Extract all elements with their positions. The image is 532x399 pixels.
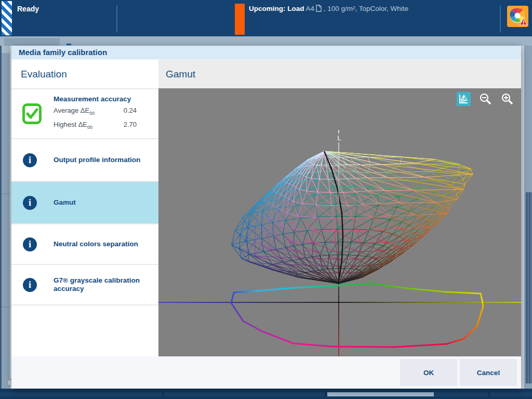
gamut-toolbar	[457, 92, 514, 106]
info-icon: i	[23, 196, 37, 210]
top-status-bar: Ready Upcoming: Load A4 , 100 g/m², TopC…	[0, 0, 532, 36]
dialog-footer: OK Cancel	[11, 356, 521, 389]
eval-item-gamut[interactable]: i Gamut	[11, 181, 158, 223]
upcoming-media-details: , 100 g/m², TopColor, White	[324, 5, 408, 12]
gamut-panel-header: Gamut	[158, 60, 521, 88]
eval-item-g7-grayscale[interactable]: i G7® grayscale calibration accuracy	[11, 264, 158, 305]
printer-status: Ready	[17, 5, 39, 13]
upcoming-job-text: Upcoming: Load A4 , 100 g/m², TopColor, …	[249, 5, 408, 14]
dimmed-tab-indicator	[66, 44, 71, 45]
media-family-calibration-dialog: Media family calibration Evaluation Meas…	[11, 46, 521, 389]
dialog-body: Evaluation Measurement accuracy Average …	[11, 60, 521, 356]
color-warning-button[interactable]	[507, 6, 528, 27]
item-label: G7® grayscale calibration accuracy	[54, 276, 158, 293]
dimmed-right-sidebar	[521, 46, 532, 399]
dimmed-bottom-tabs	[0, 389, 532, 399]
icon-column: i	[23, 196, 54, 210]
dimmed-tab-band	[0, 36, 532, 46]
cancel-button[interactable]: Cancel	[460, 359, 517, 386]
document-icon	[316, 5, 322, 14]
info-icon: i	[23, 237, 37, 251]
zoom-in-button[interactable]	[501, 92, 514, 106]
dimmed-tab	[4, 38, 60, 46]
gamut-panel: Gamut	[158, 60, 521, 356]
dialog-title: Media family calibration	[11, 46, 521, 60]
item-label: Measurement accuracy	[54, 95, 137, 103]
gamut-3d-canvas[interactable]	[158, 88, 521, 356]
upcoming-media-size: A4	[306, 5, 322, 12]
item-label: Neutral colors separation	[54, 240, 151, 248]
color-wheel-warning-icon	[507, 6, 528, 27]
highest-de-label: Highest ΔE00	[54, 119, 92, 133]
eval-item-output-profile-information[interactable]: i Output profile information	[11, 138, 158, 181]
average-de-label: Average ΔE00	[54, 105, 95, 119]
icon-column: i	[23, 153, 54, 167]
evaluation-panel-header: Evaluation	[11, 60, 158, 88]
icon-column: i	[23, 278, 54, 292]
highest-de-value: 2.70	[124, 119, 137, 133]
screen: Ready Upcoming: Load A4 , 100 g/m², TopC…	[0, 0, 532, 399]
gamut-3d-view	[158, 88, 521, 356]
average-de-value: 0.24	[124, 105, 137, 119]
green-check-icon	[22, 103, 42, 124]
average-de-row: Average ΔE00 0.24	[54, 105, 137, 119]
item-label: Gamut	[54, 198, 88, 207]
topbar-divider	[500, 5, 501, 32]
highest-de-row: Highest ΔE00 2.70	[54, 119, 137, 133]
info-icon: i	[23, 153, 37, 167]
printer-stripe-icon	[2, 1, 12, 35]
topbar-divider	[116, 5, 117, 32]
view-3d-toggle-button[interactable]	[457, 92, 471, 106]
upcoming-accent-bar	[235, 4, 245, 35]
item-label: Output profile information	[54, 156, 153, 164]
eval-item-neutral-colors-separation[interactable]: i Neutral colors separation	[11, 223, 158, 264]
zoom-in-icon	[501, 92, 514, 106]
zoom-out-button[interactable]	[479, 92, 493, 106]
measurement-accuracy-block: Measurement accuracy Average ΔE00 0.24 H…	[54, 95, 137, 132]
dimmed-left-sidebar	[0, 46, 11, 399]
zoom-out-icon	[479, 92, 493, 106]
upcoming-label: Upcoming: Load	[249, 5, 304, 12]
info-icon: i	[23, 278, 37, 292]
eval-item-measurement-accuracy[interactable]: Measurement accuracy Average ΔE00 0.24 H…	[11, 88, 158, 138]
icon-column	[23, 103, 54, 124]
ok-button[interactable]: OK	[400, 359, 457, 386]
icon-column: i	[23, 237, 54, 251]
tetrahedron-axes-icon	[458, 94, 469, 104]
evaluation-panel: Evaluation Measurement accuracy Average …	[11, 60, 158, 356]
